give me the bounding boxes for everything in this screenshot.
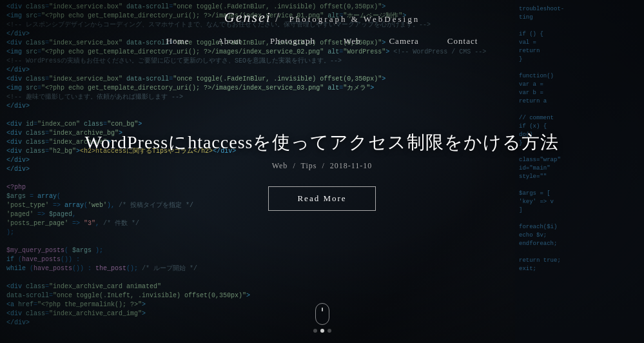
scroll-dot-1 <box>313 329 317 333</box>
meta-sep-2: / <box>322 161 324 170</box>
hero-section: WordPressにhtaccessを使ってアクセス制限をかける方法 Web /… <box>0 37 644 303</box>
site-title: Gensei/ Photograph & WebDesign <box>224 9 420 26</box>
page-content: Gensei/ Photograph & WebDesign Home Abou… <box>0 0 644 343</box>
post-meta: Web / Tips / 2018-11-10 <box>272 161 373 171</box>
meta-sep-1: / <box>293 161 295 170</box>
site-subtitle: Photograph & WebDesign <box>289 14 420 24</box>
scroll-dot-3 <box>327 329 331 333</box>
scroll-dot-2 <box>320 329 324 333</box>
title-slash: / <box>275 9 280 25</box>
meta-category: Web <box>272 161 288 170</box>
read-more-button[interactable]: Read More <box>268 186 375 211</box>
post-title: WordPressにhtaccessを使ってアクセス制限をかける方法 <box>85 130 560 155</box>
scroll-mouse-icon <box>315 303 329 325</box>
meta-date: 2018-11-10 <box>330 161 373 170</box>
scroll-indicator <box>0 303 644 343</box>
scroll-dots <box>313 329 331 333</box>
brand-name: Gensei <box>224 9 271 25</box>
meta-tag: Tips <box>301 161 317 170</box>
